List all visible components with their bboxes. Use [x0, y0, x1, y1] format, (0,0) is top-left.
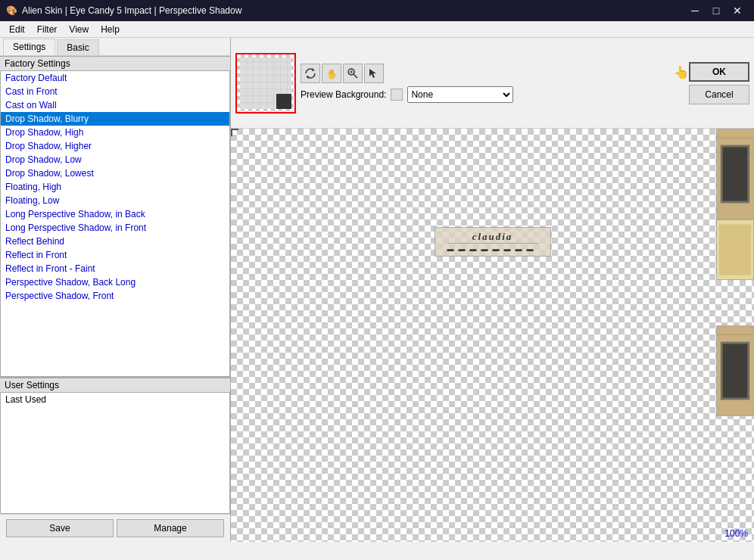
- svg-rect-12: [719, 224, 751, 275]
- list-item-cast-front[interactable]: Cast in Front: [1, 85, 229, 98]
- main-layout: Settings Basic Factory Settings Factory …: [0, 38, 754, 542]
- title-bar: 🎨 Alien Skin | Eye Candy 5 Impact | Pers…: [0, 0, 754, 21]
- edge-image-top: [716, 129, 754, 219]
- ok-button[interactable]: 👆OK: [689, 62, 749, 82]
- list-item-drop-lowest[interactable]: Drop Shadow, Lowest: [1, 166, 229, 180]
- top-right-area: ✋: [231, 38, 754, 129]
- thumbnail-preview: [235, 53, 296, 114]
- svg-line-2: [354, 74, 357, 78]
- edge-image-mid: [716, 219, 754, 280]
- minimize-button[interactable]: ─: [684, 0, 706, 21]
- left-panel: Settings Basic Factory Settings Factory …: [0, 38, 231, 542]
- settings-section: Factory Settings Factory Default Cast in…: [0, 56, 230, 378]
- list-item-floating-high[interactable]: Floating, High: [1, 180, 229, 194]
- edge-image-bottom: [716, 325, 754, 416]
- svg-text:✋: ✋: [326, 68, 338, 79]
- watermark-stripes: ▬▬▬▬▬▬▬▬: [447, 243, 538, 253]
- title-bar-left: 🎨 Alien Skin | Eye Candy 5 Impact | Pers…: [6, 5, 241, 16]
- user-settings-list[interactable]: Last Used: [0, 393, 230, 514]
- maximize-button[interactable]: □: [706, 0, 727, 21]
- menu-bar: Edit Filter View Help: [0, 21, 754, 38]
- select-tool-button[interactable]: [364, 64, 384, 83]
- svg-rect-10: [723, 147, 748, 201]
- right-panel: ✋: [231, 38, 754, 542]
- list-item-floating-low[interactable]: Floating, Low: [1, 194, 229, 207]
- menu-filter[interactable]: Filter: [31, 23, 64, 36]
- list-item-factory-default[interactable]: Factory Default: [1, 71, 229, 85]
- close-button[interactable]: ✕: [727, 0, 748, 21]
- menu-edit[interactable]: Edit: [3, 23, 31, 36]
- user-settings-header: User Settings: [0, 378, 230, 393]
- zoom-indicator: 100%: [724, 528, 748, 539]
- ok-cancel-area: 👆OK Cancel: [689, 62, 749, 104]
- settings-header: Factory Settings: [0, 56, 230, 71]
- list-item-cast-wall[interactable]: Cast on Wall: [1, 98, 229, 112]
- tab-basic[interactable]: Basic: [57, 39, 98, 55]
- app-icon: 🎨: [6, 5, 17, 16]
- manage-button[interactable]: Manage: [117, 519, 224, 537]
- preview-bg-select[interactable]: None White Black Custom: [407, 86, 513, 103]
- save-button[interactable]: Save: [6, 519, 114, 537]
- title-bar-title: Alien Skin | Eye Candy 5 Impact | Perspe…: [22, 5, 241, 16]
- list-item-drop-blurry[interactable]: Drop Shadow, Blurry: [1, 112, 229, 126]
- list-item-drop-high[interactable]: Drop Shadow, High: [1, 126, 229, 139]
- ok-hand-icon: 👆: [674, 64, 689, 79]
- svg-marker-5: [369, 69, 376, 78]
- list-item-persp-back[interactable]: Perspective Shadow, Back Long: [1, 275, 229, 289]
- tab-settings[interactable]: Settings: [3, 39, 55, 55]
- toolbar-area: ✋: [301, 64, 684, 103]
- thumbnail-dark-corner: [276, 94, 291, 109]
- preview-bg-row: Preview Background: None White Black Cus…: [301, 86, 684, 103]
- svg-rect-16: [723, 344, 748, 397]
- preview-canvas: claudia ▬▬▬▬▬▬▬▬: [231, 129, 754, 542]
- list-item-reflect-behind[interactable]: Reflect Behind: [1, 235, 229, 248]
- canvas-watermark: claudia ▬▬▬▬▬▬▬▬: [435, 227, 551, 257]
- right-edge-images: [716, 129, 754, 542]
- title-bar-controls: ─ □ ✕: [684, 0, 748, 21]
- buttons-row: Save Manage: [0, 514, 230, 542]
- rotate-tool-button[interactable]: [301, 64, 320, 83]
- user-settings-section: User Settings Last Used: [0, 378, 230, 514]
- list-item-drop-low[interactable]: Drop Shadow, Low: [1, 153, 229, 166]
- list-item-last-used[interactable]: Last Used: [1, 393, 229, 406]
- pan-tool-button[interactable]: ✋: [322, 64, 341, 83]
- watermark-text: claudia: [447, 231, 538, 243]
- menu-view[interactable]: View: [63, 23, 95, 36]
- zoom-tool-button[interactable]: [343, 64, 363, 83]
- edge-gap: [716, 280, 754, 325]
- list-item-drop-higher[interactable]: Drop Shadow, Higher: [1, 139, 229, 153]
- list-item-reflect-faint[interactable]: Reflect in Front - Faint: [1, 262, 229, 275]
- menu-help[interactable]: Help: [95, 23, 126, 36]
- resize-handle[interactable]: [231, 129, 238, 136]
- preview-bg-color-swatch: [391, 89, 403, 101]
- list-item-long-back[interactable]: Long Perspective Shadow, in Back: [1, 207, 229, 221]
- toolbar-buttons: ✋: [301, 64, 684, 83]
- preview-bg-label: Preview Background:: [301, 89, 386, 100]
- shadow-arcs-svg: [231, 129, 458, 242]
- list-item-persp-front[interactable]: Perspective Shadow, Front: [1, 289, 229, 303]
- tabs-bar: Settings Basic: [0, 38, 230, 56]
- cancel-button[interactable]: Cancel: [689, 85, 749, 104]
- list-item-long-front[interactable]: Long Perspective Shadow, in Front: [1, 221, 229, 235]
- settings-list[interactable]: Factory Default Cast in Front Cast on Wa…: [0, 71, 230, 377]
- list-item-reflect-front[interactable]: Reflect in Front: [1, 248, 229, 262]
